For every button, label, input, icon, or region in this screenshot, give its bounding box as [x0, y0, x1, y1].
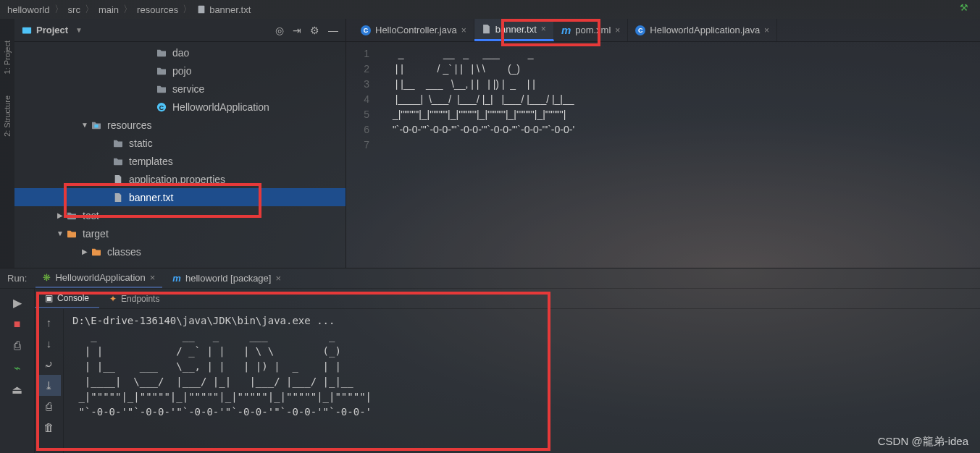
crumb-root[interactable]: helloworld: [7, 4, 50, 15]
chevron-right-icon: 〉: [85, 3, 94, 16]
line-number: 5: [346, 107, 369, 122]
run-tab-label: HelloworldApplication: [55, 272, 145, 283]
camera-icon[interactable]: ⎙: [3, 335, 32, 357]
tree-label: templates: [129, 156, 173, 167]
folder-icon: [112, 139, 125, 148]
chevron-right-icon: 〉: [183, 3, 192, 16]
crumb-main[interactable]: main: [99, 4, 119, 15]
close-icon[interactable]: ×: [461, 25, 466, 35]
editor-tab-pom-xml[interactable]: mpom.xml×: [554, 19, 628, 41]
folder-icon: [155, 85, 168, 93]
close-icon[interactable]: ×: [764, 25, 769, 35]
tree-item-application-properties[interactable]: application.properties: [14, 170, 345, 188]
tree-item-classes[interactable]: ▶classes: [14, 242, 345, 261]
trash-icon[interactable]: 🗑: [38, 417, 61, 438]
tree-item-banner-txt[interactable]: banner.txt: [14, 188, 345, 206]
close-icon[interactable]: ×: [615, 25, 620, 35]
chevron-down-icon: ▼: [75, 26, 83, 34]
tree-item-pojo[interactable]: pojo: [14, 62, 345, 80]
txt-icon: [482, 24, 491, 34]
tree-item-templates[interactable]: templates: [14, 152, 345, 170]
run-panel: Run: ❋ HelloworldApplication × m hellowo…: [0, 268, 980, 453]
console-gutter: ↑ ↓ ⤾ ⤓ ⎙ 🗑: [35, 309, 64, 453]
locate-icon[interactable]: ◎: [275, 25, 284, 36]
print-icon[interactable]: ⎙: [38, 396, 61, 417]
down-icon[interactable]: ↓: [38, 333, 61, 354]
console-output[interactable]: D:\E-drive-136140\java\JDK\bin\java.exe …: [64, 309, 980, 453]
watermark: CSDN @龍弟-idea: [878, 435, 968, 449]
spring-icon: ❋: [43, 272, 51, 283]
java-icon: C: [361, 25, 371, 35]
crumb-file[interactable]: banner.txt: [209, 4, 251, 15]
rerun-icon[interactable]: ▶: [3, 292, 32, 313]
tree-item-resources[interactable]: ▼resources: [14, 116, 345, 134]
file-icon: [112, 192, 125, 203]
hide-icon[interactable]: —: [328, 25, 338, 36]
wrap-icon[interactable]: ⤾: [38, 354, 61, 375]
tree-arrow-icon[interactable]: ▼: [80, 121, 90, 129]
crumb-src[interactable]: src: [68, 4, 80, 15]
run-tab-package[interactable]: m helloworld [package] ×: [165, 268, 288, 288]
line-gutter: 1234567: [346, 42, 375, 268]
gear-icon[interactable]: ⚙: [310, 25, 319, 36]
scroll-end-icon[interactable]: ⤓: [38, 375, 61, 396]
breadcrumb: helloworld 〉 src 〉 main 〉 resources 〉 ba…: [0, 0, 980, 19]
sidebar-title[interactable]: Project ▼: [22, 25, 275, 35]
tree-arrow-icon[interactable]: ▶: [55, 211, 65, 219]
java-icon: C: [635, 25, 645, 35]
bug-icon[interactable]: ⌁: [3, 357, 32, 378]
tree-item-target[interactable]: ▼target: [14, 224, 345, 242]
file-icon: [196, 4, 206, 14]
class-icon: C: [155, 102, 168, 112]
editor-code[interactable]: _ __ _ ___ _ | | / _` | | | \ \ (_) | |_…: [375, 42, 574, 268]
editor-tab-banner-txt[interactable]: banner.txt×: [474, 19, 554, 41]
folder-icon: [155, 67, 168, 75]
tree-item-helloworldapplication[interactable]: CHelloworldApplication: [14, 98, 345, 116]
folder-icon: [65, 211, 78, 220]
folder-icon: [112, 157, 125, 166]
collapse-icon[interactable]: ⇥: [293, 25, 301, 36]
line-number: 2: [346, 62, 369, 77]
gutter-structure[interactable]: 2: Structure: [3, 96, 12, 137]
tree-label: application.properties: [129, 174, 225, 185]
close-icon[interactable]: ×: [275, 273, 281, 284]
line-number: 6: [346, 122, 369, 137]
endpoints-icon: ✦: [109, 294, 117, 304]
up-icon[interactable]: ↑: [38, 312, 61, 333]
run-toolbar: ▶ ■ ⎙ ⌁ ⏏: [0, 289, 35, 453]
tree-arrow-icon[interactable]: ▶: [80, 247, 90, 255]
console-tab[interactable]: ▣ Console: [35, 289, 99, 308]
tree-label: banner.txt: [129, 192, 174, 203]
tree-item-dao[interactable]: dao: [14, 43, 345, 62]
editor-tab-hellocontroller-java[interactable]: CHelloController.java×: [353, 19, 474, 41]
tree-arrow-icon[interactable]: ▼: [55, 229, 65, 237]
tree-item-service[interactable]: service: [14, 80, 345, 98]
tree-label: pojo: [172, 65, 191, 77]
tree-item-test[interactable]: ▶test: [14, 206, 345, 224]
exit-icon[interactable]: ⏏: [3, 378, 32, 400]
folder-orange-icon: [90, 247, 103, 256]
editor-tab-helloworldapplication-java[interactable]: CHelloworldApplication.java×: [628, 19, 777, 41]
file-icon: [112, 174, 125, 185]
build-icon[interactable]: ⚒: [960, 2, 968, 13]
close-icon[interactable]: ×: [541, 24, 546, 34]
project-sidebar: Project ▼ ◎ ⇥ ⚙ — daopojoserviceCHellowo…: [14, 19, 346, 268]
tree-label: classes: [107, 246, 141, 258]
editor-body[interactable]: 1234567 _ __ _ ___ _ | | / _` | | | \ \ …: [346, 42, 980, 268]
close-icon[interactable]: ×: [150, 272, 156, 283]
tree-label: dao: [172, 47, 189, 59]
tree-label: test: [83, 210, 99, 221]
run-tab-app[interactable]: ❋ HelloworldApplication ×: [35, 268, 162, 288]
gutter-project[interactable]: 1: Project: [3, 41, 12, 74]
endpoints-tab[interactable]: ✦ Endpoints: [99, 289, 169, 308]
maven-icon: m: [172, 273, 181, 284]
tree-label: HelloworldApplication: [172, 101, 269, 113]
crumb-resources[interactable]: resources: [137, 4, 178, 15]
stop-icon[interactable]: ■: [3, 313, 32, 335]
tree-item-static[interactable]: static: [14, 134, 345, 152]
sidebar-title-text: Project: [36, 25, 68, 35]
svg-rect-0: [198, 6, 205, 14]
chevron-right-icon: 〉: [54, 3, 64, 16]
project-tree[interactable]: daopojoserviceCHelloworldApplication▼res…: [14, 42, 345, 268]
editor-tabs: CHelloController.java×banner.txt×mpom.xm…: [346, 19, 980, 42]
